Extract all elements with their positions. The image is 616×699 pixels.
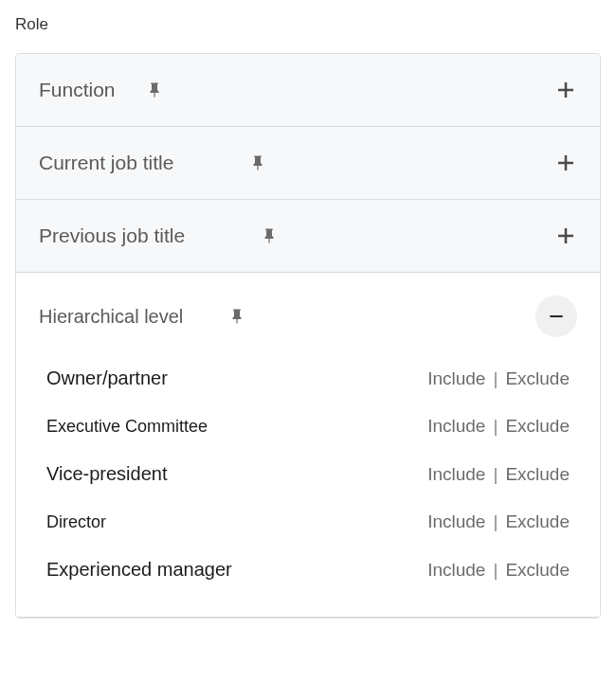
expand-icon[interactable] [554,224,577,247]
option-label: Experienced manager [46,559,232,581]
include-button[interactable]: Include [427,416,485,437]
filter-panel: Function Current job title Previous job … [15,53,601,618]
include-button[interactable]: Include [427,464,485,485]
option-row-vice-president: Vice-president Include | Exclude [31,450,585,498]
divider: | [491,416,499,437]
exclude-button[interactable]: Exclude [505,464,570,485]
option-row-owner-partner: Owner/partner Include | Exclude [31,354,585,403]
filter-label: Current job title [39,152,173,174]
option-label: Director [46,512,106,532]
exclude-button[interactable]: Exclude [505,560,570,581]
expand-icon[interactable] [554,152,577,174]
filter-label: Function [39,79,116,101]
pin-icon [249,154,266,171]
option-actions: Include | Exclude [427,464,570,485]
minus-icon [547,307,566,326]
divider: | [491,368,499,389]
option-row-director: Director Include | Exclude [31,498,585,546]
option-label: Executive Committee [46,417,208,437]
section-title: Role [15,15,601,34]
include-button[interactable]: Include [427,511,485,532]
filter-row-current-job-title[interactable]: Current job title [16,127,600,200]
option-actions: Include | Exclude [427,560,570,581]
option-row-experienced-manager: Experienced manager Include | Exclude [31,546,585,594]
exclude-button[interactable]: Exclude [505,416,570,437]
include-button[interactable]: Include [427,560,485,581]
option-row-executive-committee: Executive Committee Include | Exclude [31,403,585,450]
option-label: Owner/partner [46,367,168,389]
option-label: Vice-president [46,463,167,485]
collapse-button[interactable] [535,296,577,337]
divider: | [491,464,499,485]
filter-row-function[interactable]: Function [16,54,600,127]
filter-row-hierarchical-level: Hierarchical level Owner/partner Include… [16,273,600,618]
pin-icon [228,308,245,325]
exclude-button[interactable]: Exclude [505,511,570,532]
exclude-button[interactable]: Exclude [505,368,570,389]
expand-icon[interactable] [554,79,577,101]
options-list: Owner/partner Include | Exclude Executiv… [16,354,600,617]
pin-icon [146,81,163,99]
divider: | [491,511,499,532]
filter-expanded-header[interactable]: Hierarchical level [16,273,600,354]
filter-row-previous-job-title[interactable]: Previous job title [16,200,600,273]
filter-label: Hierarchical level [39,306,183,328]
option-actions: Include | Exclude [427,511,570,532]
option-actions: Include | Exclude [427,416,570,437]
filter-label: Previous job title [39,224,185,247]
option-actions: Include | Exclude [427,368,570,389]
divider: | [491,560,499,581]
include-button[interactable]: Include [427,368,485,389]
pin-icon [261,227,278,244]
